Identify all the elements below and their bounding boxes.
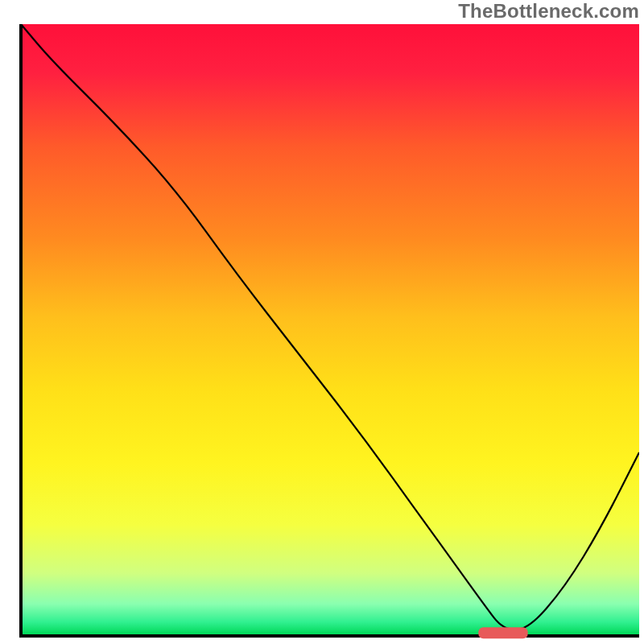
gradient-background [21, 24, 639, 634]
chart-svg [19, 24, 639, 644]
watermark-text: TheBottleneck.com [458, 0, 639, 23]
optimal-marker [478, 627, 527, 638]
chart-container: TheBottleneck.com [0, 0, 644, 644]
